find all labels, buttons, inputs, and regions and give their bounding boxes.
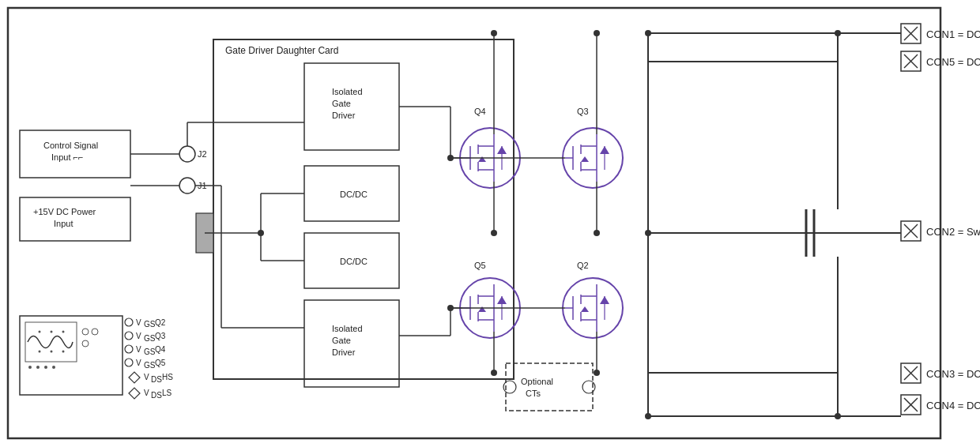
q3-label: Q3 <box>577 107 589 116</box>
q2-diode-arrow <box>600 296 609 304</box>
junction-bot-right <box>835 413 841 419</box>
vds-ls-label: V <box>144 389 149 397</box>
vds-hs-suffix: HS <box>162 373 173 381</box>
junction-q3-source <box>594 230 600 236</box>
q3-diode-arrow <box>600 146 609 154</box>
osc-grid4 <box>39 351 41 353</box>
vgs-q4-label: V <box>136 345 141 354</box>
oscilloscope-box <box>20 316 122 395</box>
osc-grid3 <box>62 331 65 333</box>
vds-hs-sub: DS <box>151 375 162 384</box>
optional-cts-label1: Optional <box>521 377 553 386</box>
circuit-diagram: Gate Driver Daughter Card Isolated Gate … <box>0 0 980 447</box>
vgs-q4-q: Q4 <box>155 345 166 354</box>
con4-label: CON4 = DC- <box>926 400 980 411</box>
j2-label: J2 <box>198 149 207 159</box>
probe-vds-hs <box>129 372 140 383</box>
vgs-q5-label: V <box>136 359 141 367</box>
igd-bottom-label3: Driver <box>332 347 356 357</box>
dcdc-top-label: DC/DC <box>340 190 368 199</box>
vgs-q3-label: V <box>136 332 141 340</box>
dc-power-label2: Input <box>54 219 73 228</box>
vgs-q3-q: Q3 <box>155 332 166 340</box>
osc-knob2 <box>92 329 98 335</box>
j2-connector <box>179 146 195 162</box>
isolated-gate-driver-bottom-box <box>304 300 399 387</box>
vgs-q4-sub: GS <box>144 347 156 356</box>
optional-cts-label2: CTs <box>526 389 541 398</box>
osc-grid6 <box>62 351 65 353</box>
dc-power-box <box>20 197 130 241</box>
osc-grid1 <box>39 331 41 333</box>
junction-power-mid <box>258 230 264 236</box>
j1-connector <box>179 178 195 193</box>
igd-top-label1: Isolated <box>332 87 363 96</box>
control-signal-label2: Input ⌐⌐ <box>51 152 83 162</box>
q5-arrow <box>478 306 486 312</box>
vgs-q2-label: V <box>136 318 141 327</box>
q2-label: Q2 <box>577 261 589 270</box>
junction-q4-drain <box>491 30 497 36</box>
junction-q2-source <box>594 370 600 376</box>
osc-grid2 <box>51 331 53 333</box>
dcdc-bottom-label: DC/DC <box>340 257 368 266</box>
vgs-q5-q: Q5 <box>155 359 166 367</box>
junction-q5-source <box>491 370 497 376</box>
optional-cts-box <box>506 363 593 411</box>
control-signal-label1: Control Signal <box>43 141 98 150</box>
igd-bottom-label1: Isolated <box>332 324 363 333</box>
vgs-q3-sub: GS <box>144 334 156 343</box>
osc-dot1 <box>28 366 32 369</box>
q2-arrow <box>581 306 589 312</box>
vds-hs-label: V <box>144 373 149 381</box>
probe-vds-ls <box>129 388 140 399</box>
q4-label: Q4 <box>474 107 486 116</box>
probe-vgs-q3 <box>125 332 133 340</box>
vds-ls-sub: DS <box>151 391 162 400</box>
vgs-q2-q: Q2 <box>155 318 166 327</box>
vgs-q5-sub: GS <box>144 361 156 370</box>
igd-top-label2: Gate <box>332 99 351 108</box>
osc-knob1 <box>82 329 89 335</box>
junction-q3-drain <box>594 30 600 36</box>
con5-label: CON5 = DC+ <box>926 56 980 68</box>
osc-dot2 <box>36 366 40 369</box>
igd-top-label3: Driver <box>332 111 356 120</box>
probe-vgs-q2 <box>125 318 133 326</box>
q4-diode-arrow <box>497 146 507 154</box>
igd-bottom-label2: Gate <box>332 336 351 345</box>
isolated-gate-driver-top-box <box>304 63 399 150</box>
gate-driver-card-label: Gate Driver Daughter Card <box>225 45 338 56</box>
probe-vgs-q4 <box>125 345 133 353</box>
junction-q4-source <box>491 230 497 236</box>
q3-arrow <box>581 156 589 162</box>
vds-ls-suffix: LS <box>162 389 172 397</box>
sine-wave <box>28 336 73 348</box>
q5-label: Q5 <box>474 261 486 270</box>
osc-dot3 <box>44 366 47 369</box>
osc-dot4 <box>52 366 55 369</box>
con3-label: CON3 = DC- <box>926 368 980 380</box>
osc-grid5 <box>51 351 53 353</box>
q4-arrow <box>478 156 486 162</box>
dc-power-label1: +15V DC Power <box>33 207 96 216</box>
q5-diode-arrow <box>497 296 507 304</box>
junction-switch-left <box>645 230 651 236</box>
osc-knob3 <box>82 340 89 347</box>
con2-label: CON2 = Switch Node <box>926 226 980 238</box>
vgs-q2-sub: GS <box>144 320 156 329</box>
probe-vgs-q5 <box>125 359 133 366</box>
con1-label: CON1 = DC+ <box>926 28 980 40</box>
